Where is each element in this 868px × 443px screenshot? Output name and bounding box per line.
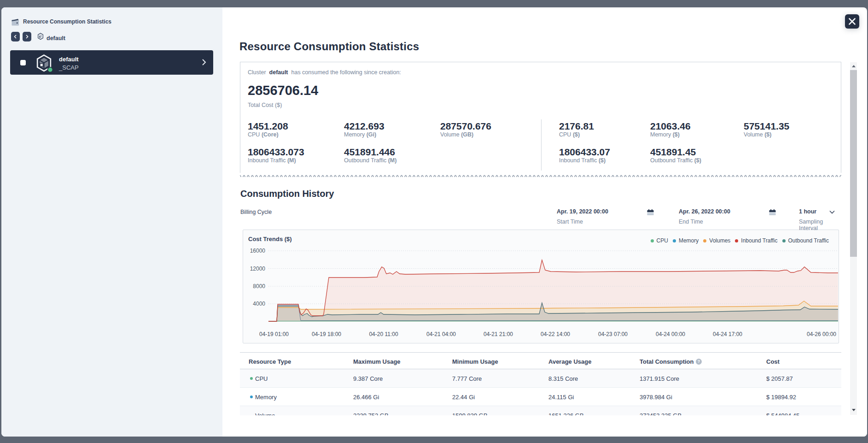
svg-text:04-26 00:00: 04-26 00:00	[807, 331, 836, 337]
svg-text:04-19 01:00: 04-19 01:00	[259, 331, 289, 337]
svg-text:12000: 12000	[250, 266, 266, 272]
svg-text:04-21 04:00: 04-21 04:00	[426, 331, 456, 337]
svg-text:04-21 21:00: 04-21 21:00	[484, 331, 513, 337]
svg-text:04-24 17:00: 04-24 17:00	[713, 331, 742, 337]
svg-text:16000: 16000	[250, 248, 266, 254]
svg-text:04-23 07:00: 04-23 07:00	[598, 331, 628, 337]
svg-text:04-20 11:00: 04-20 11:00	[369, 331, 398, 337]
svg-text:04-22 14:00: 04-22 14:00	[541, 331, 570, 337]
svg-text:04-19 18:00: 04-19 18:00	[312, 331, 341, 337]
svg-text:4000: 4000	[253, 301, 265, 307]
svg-text:8000: 8000	[253, 283, 265, 289]
svg-text:04-24 00:00: 04-24 00:00	[656, 331, 685, 337]
